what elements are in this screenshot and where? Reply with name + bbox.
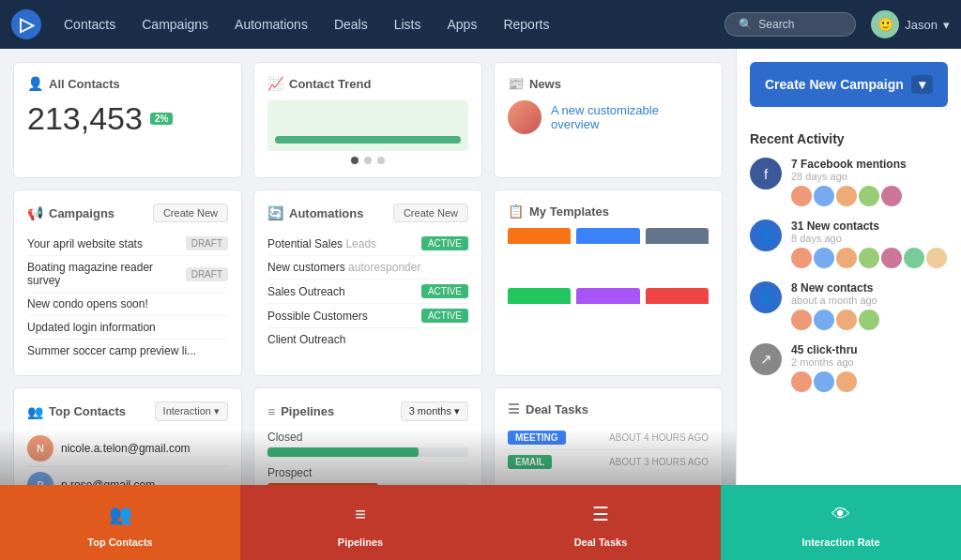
time-ago: ABOUT 4 HOURS AGO [609, 432, 709, 443]
automations-list: Potential Sales Leads ACTIVE New custome… [267, 232, 468, 351]
avatar: 🙂 [871, 10, 899, 38]
list-item: Boating magazine reader survey DRAFT [27, 256, 228, 293]
pipeline-bar-bg [267, 447, 468, 457]
activity-avatars [791, 371, 948, 392]
activity-time: 2 months ago [791, 356, 948, 368]
draft-badge: DRAFT [186, 236, 228, 250]
templates-card: 📋 My Templates [494, 189, 723, 376]
bottom-contacts-icon: 👥 [103, 497, 137, 531]
news-link[interactable]: A new customizable overview [551, 103, 709, 131]
activity-title: 8 New contacts [791, 281, 948, 295]
search-icon: 🔍 [739, 18, 753, 31]
activity-item: 👤 8 New contacts about a month ago [750, 281, 948, 330]
bottom-interaction-label: Interaction Rate [801, 537, 879, 548]
nav-reports[interactable]: Reports [492, 9, 560, 39]
avatar [814, 371, 834, 392]
template-thumb[interactable] [576, 228, 639, 282]
main-layout: 👤 All Contacts 213,453 2% 📈 Contact Tren… [0, 49, 961, 560]
pipeline-bar-fill [267, 447, 419, 457]
nav-contacts[interactable]: Contacts [53, 9, 127, 39]
top-contacts-header: 👥 Top Contacts Interaction ▾ [27, 401, 228, 421]
contacts-number: 213,453 [27, 100, 143, 137]
trend-chart [267, 100, 468, 151]
time-ago: ABOUT 3 HOURS AGO [609, 457, 709, 467]
template-thumb[interactable] [508, 288, 571, 342]
contacts-icon: 👤 [27, 76, 43, 91]
list-item: EMAIL ABOUT 3 HOURS AGO [508, 450, 709, 474]
avatar [836, 186, 857, 206]
automations-create-button[interactable]: Create New [393, 204, 468, 222]
top-contacts-icon: 👥 [27, 404, 43, 419]
all-contacts-card: 👤 All Contacts 213,453 2% [13, 62, 242, 178]
nav-deals[interactable]: Deals [323, 9, 379, 39]
activity-time: 8 days ago [791, 233, 948, 244]
auto-name: New customers autoresponder [267, 261, 420, 274]
tag-email: EMAIL [508, 455, 552, 469]
avatar [926, 248, 947, 268]
list-item: Possible Customers ACTIVE [267, 304, 468, 328]
auto-name: Possible Customers [267, 310, 368, 323]
trend-dot-2[interactable] [364, 157, 372, 164]
avatar [791, 371, 812, 392]
list-item: New customers autoresponder [267, 256, 468, 280]
bottom-top-contacts[interactable]: 👥 Top Contacts [0, 485, 240, 560]
user-menu[interactable]: 🙂 Jason ▾ [871, 10, 950, 38]
pipeline-row: Closed [267, 431, 468, 457]
search-bar[interactable]: 🔍 Search [725, 12, 856, 37]
contact-trend-card: 📈 Contact Trend [253, 62, 482, 178]
bottom-deal-tasks[interactable]: ☰ Deal Tasks [480, 485, 721, 560]
campaigns-list: Your april website stats DRAFT Boating m… [27, 232, 228, 362]
dropdown-arrow-icon: ▾ [911, 75, 933, 94]
campaign-name: New condo opens soon! [27, 297, 148, 310]
template-thumb[interactable] [646, 228, 709, 282]
trend-pagination [267, 157, 468, 164]
template-thumb[interactable] [576, 288, 639, 342]
click-thru-icon: ↗ [750, 343, 782, 375]
create-campaign-label: Create New Campaign [765, 77, 904, 92]
pipelines-header: ≡ Pipelines 3 months ▾ [267, 401, 468, 421]
nav-campaigns[interactable]: Campaigns [130, 9, 220, 39]
avatar [859, 248, 879, 268]
campaigns-create-button[interactable]: Create New [153, 204, 228, 222]
avatar [814, 248, 834, 268]
nav-automations[interactable]: Automations [223, 9, 319, 39]
active-badge: ACTIVE [421, 309, 468, 323]
time-filter[interactable]: 3 months ▾ [401, 401, 468, 421]
list-item: Potential Sales Leads ACTIVE [267, 232, 468, 256]
chevron-down-icon: ▾ [943, 18, 950, 32]
logo[interactable]: ▷ [11, 9, 41, 39]
create-campaign-button[interactable]: Create New Campaign ▾ [750, 62, 948, 107]
template-thumb[interactable] [646, 288, 709, 342]
trend-dot-1[interactable] [351, 157, 358, 164]
activity-title: 31 New contacts [791, 219, 948, 233]
templates-grid [508, 228, 709, 342]
interaction-filter[interactable]: Interaction ▾ [155, 401, 228, 421]
campaign-name: Your april website stats [27, 237, 143, 250]
deal-tasks-list: MEETING ABOUT 4 HOURS AGO EMAIL ABOUT 3 … [508, 426, 709, 474]
bottom-interaction-rate[interactable]: 👁 Interaction Rate [721, 485, 961, 560]
auto-name: Sales Outreach [267, 285, 345, 298]
campaign-name: Updated login information [27, 321, 156, 334]
campaign-name: Boating magazine reader survey [27, 261, 186, 287]
pipeline-label: Closed [267, 431, 468, 444]
nav-lists[interactable]: Lists [383, 9, 433, 39]
search-placeholder: Search [758, 18, 794, 31]
nav-apps[interactable]: Apps [436, 9, 489, 39]
list-item: New condo opens soon! [27, 293, 228, 316]
trend-dot-3[interactable] [377, 157, 385, 164]
activity-text: 7 Facebook mentions 28 days ago [791, 158, 948, 206]
avatar [791, 310, 812, 330]
campaigns-card: 📢 Campaigns Create New Your april websit… [13, 189, 242, 376]
contacts-badge: 2% [150, 113, 173, 125]
bottom-pipelines[interactable]: ≡ Pipelines [240, 485, 480, 560]
bottom-deal-tasks-label: Deal Tasks [574, 537, 628, 548]
auto-name: Potential Sales Leads [267, 237, 376, 250]
template-thumb[interactable] [508, 228, 571, 282]
avatar [836, 310, 857, 330]
facebook-icon: f [750, 158, 782, 189]
pipelines-list: Closed Prospect [267, 431, 468, 492]
top-contacts-title: Top Contacts [49, 404, 126, 418]
activity-title: 7 Facebook mentions [791, 158, 948, 171]
content-grid: 👤 All Contacts 213,453 2% 📈 Contact Tren… [0, 49, 736, 560]
activity-item: 👤 31 New contacts 8 days ago [750, 219, 948, 268]
